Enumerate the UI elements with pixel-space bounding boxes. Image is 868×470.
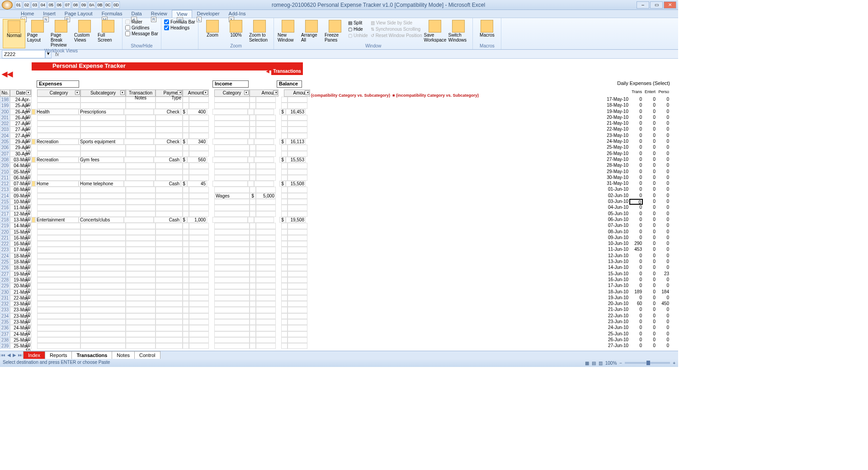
col-subcategory[interactable]: Subcategory▾ bbox=[80, 89, 126, 97]
daily-row[interactable]: 23-May-10000 bbox=[607, 133, 670, 139]
daily-row[interactable]: 28-May-10000 bbox=[607, 163, 670, 169]
worksheet[interactable]: Personal Expense Tracker ◀◀ ◀ Transactio… bbox=[0, 59, 678, 351]
table-row[interactable]: 20904-May-10 bbox=[0, 163, 678, 169]
daily-row[interactable]: 07-Jun-10000 bbox=[607, 223, 670, 229]
daily-row[interactable]: 22-May-10000 bbox=[607, 127, 670, 132]
table-row[interactable]: 22618-May-10 bbox=[0, 265, 678, 271]
col-income-amount[interactable]: Amount▾ bbox=[250, 89, 278, 97]
daily-row[interactable]: 18-Jun-101890184 bbox=[607, 289, 670, 295]
daily-row[interactable]: 04-Jun-10000 bbox=[607, 205, 670, 211]
ribbon-tab-view[interactable]: ViewW bbox=[172, 10, 193, 18]
name-box[interactable] bbox=[2, 50, 45, 58]
sheet-tab-control[interactable]: Control bbox=[134, 351, 160, 359]
minimize-button[interactable]: – bbox=[637, 1, 649, 9]
view-normal-icon[interactable]: ▦ bbox=[585, 361, 589, 366]
view-layout-icon[interactable]: ▤ bbox=[592, 361, 596, 366]
table-row[interactable]: 22317-May-10 bbox=[0, 247, 678, 253]
ribbon-tab-review[interactable]: ReviewR bbox=[146, 10, 172, 18]
zoom-level[interactable]: 100% bbox=[605, 361, 617, 366]
table-row[interactable]: 21207-May-10HomeHome telephoneCash$45$15… bbox=[0, 181, 678, 187]
col-date[interactable]: Date▾ bbox=[10, 89, 32, 97]
full-screen-button[interactable]: Full Screen bbox=[97, 19, 119, 48]
fx-icon[interactable]: fx bbox=[52, 52, 63, 57]
daily-row[interactable]: 25-Jun-10000 bbox=[607, 331, 670, 337]
table-row[interactable]: 23925-May-10 bbox=[0, 343, 678, 349]
col-income-category[interactable]: Category▾ bbox=[214, 89, 250, 97]
reset-position-button[interactable]: ↺Reset Window Position bbox=[371, 33, 422, 38]
table-row[interactable]: 23423-May-10 bbox=[0, 313, 678, 319]
qat-item[interactable]: 04 bbox=[39, 1, 47, 9]
table-row[interactable]: 20803-May-10RecreationGym feesCash$560$1… bbox=[0, 157, 678, 163]
ribbon-tab-data[interactable]: DataA bbox=[127, 10, 146, 18]
formula-bar-checkbox[interactable]: Formula Bar bbox=[164, 19, 195, 25]
table-row[interactable]: 23122-May-10 bbox=[0, 295, 678, 301]
ribbon-tab-developer[interactable]: DeveloperL bbox=[192, 10, 224, 18]
ribbon-tab-home[interactable]: HomeH bbox=[16, 10, 38, 18]
sheet-tab-index[interactable]: Index bbox=[23, 351, 45, 359]
daily-row[interactable]: 17-Jun-10000 bbox=[607, 283, 670, 289]
daily-row[interactable]: 29-May-10000 bbox=[607, 169, 670, 175]
daily-row[interactable]: 03-Jun-10000 bbox=[607, 199, 670, 205]
table-row[interactable]: 19925-Apr-10 bbox=[0, 103, 678, 108]
qat-item[interactable]: 0D bbox=[113, 1, 120, 9]
daily-row[interactable]: 05-Jun-10000 bbox=[607, 211, 670, 217]
sync-scroll-button[interactable]: ⇅Synchronous Scrolling bbox=[371, 26, 422, 32]
daily-row[interactable]: 01-Jun-10000 bbox=[607, 187, 670, 193]
gridlines-checkbox[interactable]: Gridlines bbox=[125, 25, 158, 31]
table-row[interactable]: 20227-Apr-10 bbox=[0, 121, 678, 127]
zoom-button[interactable]: Zoom bbox=[201, 19, 224, 43]
table-row[interactable]: 23223-May-10 bbox=[0, 301, 678, 307]
sheet-tab-notes[interactable]: Notes bbox=[112, 351, 135, 359]
table-row[interactable]: 23523-May-10 bbox=[0, 319, 678, 325]
ribbon-tab-formulas[interactable]: FormulasM bbox=[97, 10, 127, 18]
table-row[interactable]: 23624-May-10 bbox=[0, 325, 678, 331]
normal-view-button[interactable]: Normal bbox=[3, 19, 25, 48]
table-row[interactable]: 23323-May-10 bbox=[0, 307, 678, 313]
ribbon-tab-add-ins[interactable]: Add-InsX bbox=[224, 10, 250, 18]
daily-row[interactable]: 20-May-10000 bbox=[607, 115, 670, 121]
daily-row[interactable]: 12-Jun-10000 bbox=[607, 253, 670, 259]
table-row[interactable]: 21308-May-10 bbox=[0, 187, 678, 193]
qat-item[interactable]: 0B bbox=[96, 1, 104, 9]
tab-nav-first[interactable]: ⏮ bbox=[0, 352, 6, 357]
table-row[interactable]: 20529-Apr-10RecreationSports equipmentCh… bbox=[0, 139, 678, 145]
daily-row[interactable]: 24-May-10000 bbox=[607, 139, 670, 145]
maximize-button[interactable]: ▭ bbox=[650, 1, 663, 9]
col-notes[interactable]: Transaction Notes bbox=[126, 89, 156, 97]
table-row[interactable]: 22015-May-10 bbox=[0, 229, 678, 235]
zoom-in-button[interactable]: + bbox=[673, 361, 675, 366]
table-row[interactable]: 21106-May-10 bbox=[0, 175, 678, 181]
daily-row[interactable]: 31-May-10000 bbox=[607, 181, 670, 187]
daily-row[interactable]: 23-Jun-10000 bbox=[607, 319, 670, 325]
daily-row[interactable]: 17-May-10000 bbox=[607, 97, 670, 103]
table-row[interactable]: 20730-Apr-10 bbox=[0, 151, 678, 157]
macros-button[interactable]: Macros bbox=[476, 19, 498, 38]
hide-button[interactable]: ▢Hide bbox=[348, 26, 368, 32]
side-by-side-button[interactable]: ▥View Side by Side bbox=[371, 20, 422, 26]
table-row[interactable]: 19824-Apr-10 bbox=[0, 97, 678, 103]
close-button[interactable]: ✕ bbox=[664, 1, 676, 9]
message-bar-checkbox[interactable]: Message Bar bbox=[125, 31, 158, 37]
table-row[interactable]: 22819-May-10 bbox=[0, 277, 678, 283]
daily-row[interactable]: 25-May-10000 bbox=[607, 145, 670, 150]
col-balance-amount[interactable]: Amount▾ bbox=[284, 89, 310, 97]
daily-row[interactable]: 14-Jun-10000 bbox=[607, 265, 670, 271]
table-row[interactable]: 23825-May-10 bbox=[0, 337, 678, 343]
section-tab[interactable]: Transactions bbox=[271, 69, 303, 75]
sheet-tab-reports[interactable]: Reports bbox=[45, 351, 72, 359]
zoom-selection-button[interactable]: Zoom to Selection bbox=[248, 19, 271, 43]
ribbon-tab-page-layout[interactable]: Page LayoutP bbox=[60, 10, 97, 18]
daily-row[interactable]: 15-Jun-100023 bbox=[607, 271, 670, 277]
view-break-icon[interactable]: ▥ bbox=[599, 361, 603, 366]
col-amount[interactable]: Amount▾ bbox=[183, 89, 209, 97]
daily-row[interactable]: 19-Jun-10000 bbox=[607, 295, 670, 301]
daily-row[interactable]: 13-Jun-10000 bbox=[607, 259, 670, 265]
table-row[interactable]: 21611-May-10 bbox=[0, 205, 678, 211]
qat-item[interactable]: 02 bbox=[23, 1, 30, 9]
table-row[interactable]: 20327-Apr-10 bbox=[0, 127, 678, 132]
qat-item[interactable]: 09 bbox=[80, 1, 87, 9]
table-row[interactable]: 22418-May-10 bbox=[0, 253, 678, 259]
qat-item[interactable]: 0A bbox=[88, 1, 95, 9]
qat-item[interactable]: 01 bbox=[15, 1, 22, 9]
zoom-out-button[interactable]: − bbox=[619, 361, 622, 366]
